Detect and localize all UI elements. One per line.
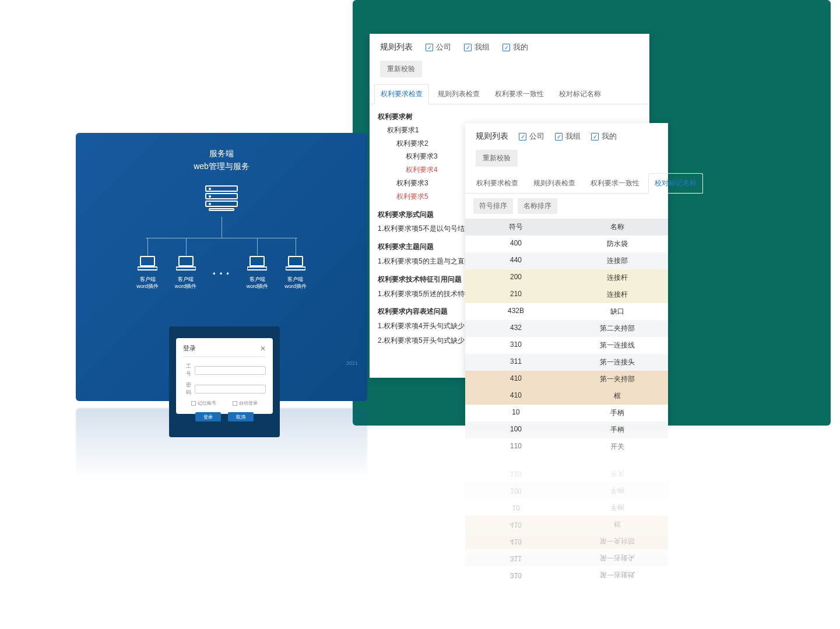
cell-name: 第一夹持部	[567, 371, 668, 388]
table-row[interactable]: 10手柄	[465, 405, 668, 421]
tab-claim-check[interactable]: 权利要求检查	[374, 84, 429, 104]
login-title: 登录	[183, 344, 196, 353]
diagram: 客户端word插件 客户端word插件 • • • 客户端word插件 客户端w…	[76, 185, 367, 349]
cell-code: 10	[465, 405, 567, 421]
svg-rect-5	[247, 267, 267, 270]
laptop-icon	[138, 255, 157, 272]
cell-name: 第二夹持部	[567, 320, 668, 337]
cell-name: 连接部	[567, 252, 668, 269]
table-row[interactable]: 432B缺口	[465, 303, 668, 320]
cell-code: 400	[465, 236, 567, 252]
table-row[interactable]: 310第一连接线	[465, 337, 668, 354]
client-node: 客户端word插件	[175, 238, 197, 290]
table-row[interactable]: 200连接杆	[465, 269, 668, 286]
tab-consistency[interactable]: 权利要求一致性	[488, 84, 550, 104]
user-input[interactable]	[195, 366, 266, 375]
panel-title: 规则列表	[476, 131, 508, 142]
filter-mine[interactable]: ✓我的	[502, 42, 528, 52]
login-button[interactable]: 登录	[195, 412, 221, 421]
cell-name: 连接杆	[567, 269, 668, 286]
tab-bar: 权利要求检查 规则列表检查 权利要求一致性 校对标记名称	[465, 173, 668, 194]
tab-rule-list[interactable]: 规则列表检查	[431, 84, 486, 104]
reflection-decoration: 310第一连接线311第一连接头410第一夹持部410框10手柄100手柄110…	[465, 431, 668, 583]
close-icon[interactable]: ✕	[260, 345, 266, 353]
cell-code: 410	[465, 388, 567, 405]
svg-rect-2	[179, 256, 193, 266]
revalidate-button[interactable]: 重新校验	[380, 61, 422, 78]
tab-consistency[interactable]: 权利要求一致性	[584, 173, 646, 194]
diagram-title: 服务端 web管理与服务	[76, 133, 367, 173]
marks-table: 符号 名称 400防水袋440连接部200连接杆210连接杆432B缺口432第…	[465, 219, 668, 455]
filter-group[interactable]: ✓我组	[464, 42, 490, 52]
pass-label: 密码	[183, 381, 191, 396]
user-label: 工号	[183, 363, 191, 378]
table-row[interactable]: 400防水袋	[465, 236, 668, 252]
client-node: 客户端word插件	[136, 238, 159, 290]
laptop-icon	[176, 255, 196, 272]
cell-name: 防水袋	[567, 236, 668, 252]
cell-name: 连接杆	[567, 286, 668, 303]
cell-code: 311	[465, 354, 567, 371]
panel-title: 规则列表	[380, 42, 413, 52]
cell-name: 第一连接线	[567, 337, 668, 354]
table-row[interactable]: 440连接部	[465, 252, 668, 269]
login-dialog-backdrop: 登录 ✕ 工号 密码 记住账号 自动登录 登录 取消	[169, 326, 280, 437]
sort-by-code-button[interactable]: 符号排序	[473, 198, 513, 214]
cell-code: 210	[465, 286, 567, 303]
filter-company[interactable]: ✓公司	[519, 131, 544, 142]
cell-name: 框	[567, 388, 668, 405]
tab-mark-name[interactable]: 校对标记名称	[553, 84, 607, 104]
client-node: 客户端word插件	[284, 238, 307, 290]
cell-name: 第一连接头	[567, 354, 668, 371]
cell-code: 200	[465, 269, 567, 286]
copyright: 2021	[346, 360, 358, 366]
filter-group[interactable]: ✓我组	[555, 131, 581, 142]
title-line1: 服务端	[76, 147, 367, 160]
pass-input[interactable]	[195, 385, 266, 393]
cell-code: 432B	[465, 303, 567, 320]
ellipsis-icon: • • •	[213, 270, 230, 278]
table-row[interactable]: 410框	[465, 388, 668, 405]
cancel-button[interactable]: 取消	[228, 412, 254, 421]
tree-root: 权利要求树	[378, 110, 641, 124]
svg-rect-6	[289, 256, 303, 266]
cell-name: 手柄	[567, 405, 668, 421]
svg-rect-0	[140, 256, 154, 266]
svg-rect-3	[176, 267, 196, 270]
filter-company[interactable]: ✓公司	[426, 42, 451, 52]
cell-code: 432	[465, 320, 567, 337]
svg-rect-4	[250, 256, 264, 266]
login-dialog: 登录 ✕ 工号 密码 记住账号 自动登录 登录 取消	[176, 338, 273, 414]
rules-panel-marks: 规则列表 ✓公司 ✓我组 ✓我的 重新校验 权利要求检查 规则列表检查 权利要求…	[465, 123, 668, 424]
col-code: 符号	[465, 219, 567, 236]
tab-rule-list[interactable]: 规则列表检查	[527, 173, 582, 194]
col-name: 名称	[567, 219, 668, 236]
filter-mine[interactable]: ✓我的	[591, 131, 617, 142]
cell-code: 440	[465, 252, 567, 269]
svg-rect-1	[138, 267, 157, 270]
revalidate-button[interactable]: 重新校验	[476, 150, 518, 167]
svg-rect-7	[286, 267, 305, 270]
table-row[interactable]: 311第一连接头	[465, 354, 668, 371]
laptop-icon	[286, 255, 305, 272]
title-line2: web管理与服务	[76, 160, 367, 173]
tab-claim-check[interactable]: 权利要求检查	[470, 173, 525, 194]
autologin-checkbox[interactable]: 自动登录	[233, 400, 258, 406]
server-icon	[205, 185, 238, 210]
table-header: 符号 名称	[465, 219, 668, 236]
table-row[interactable]: 410第一夹持部	[465, 371, 668, 388]
cell-code: 310	[465, 337, 567, 354]
tab-mark-name[interactable]: 校对标记名称	[648, 173, 703, 194]
cell-name: 缺口	[567, 303, 668, 320]
cell-code: 410	[465, 371, 567, 388]
table-row[interactable]: 210连接杆	[465, 286, 668, 303]
table-row[interactable]: 432第二夹持部	[465, 320, 668, 337]
client-row: 客户端word插件 客户端word插件 • • • 客户端word插件 客户端w…	[76, 238, 367, 290]
sort-by-name-button[interactable]: 名称排序	[518, 198, 557, 214]
client-node: 客户端word插件	[247, 238, 269, 290]
tab-bar: 权利要求检查 规则列表检查 权利要求一致性 校对标记名称	[370, 83, 649, 104]
laptop-icon	[247, 255, 267, 272]
remember-checkbox[interactable]: 记住账号	[191, 400, 216, 406]
